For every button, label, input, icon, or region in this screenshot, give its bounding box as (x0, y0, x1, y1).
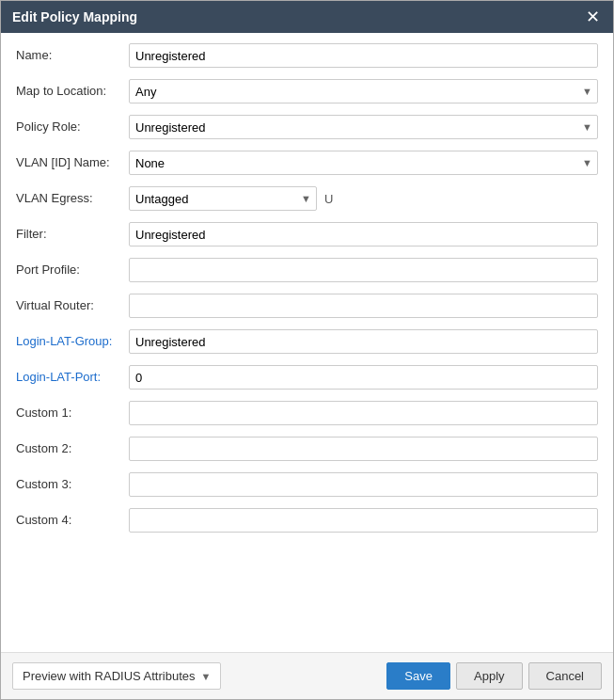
filter-input[interactable] (129, 222, 598, 247)
name-label: Name: (16, 48, 129, 64)
preview-radius-label: Preview with RADIUS Attributes (23, 669, 196, 683)
login-lat-port-label: Login-LAT-Port: (16, 370, 129, 386)
custom4-row: Custom 4: (16, 507, 598, 533)
vlan-egress-select-wrapper: Untagged ▼ (129, 186, 317, 211)
custom2-row: Custom 2: (16, 436, 598, 462)
preview-radius-arrow-icon: ▼ (201, 671, 212, 682)
port-profile-label: Port Profile: (16, 262, 129, 278)
login-lat-group-row: Login-LAT-Group: (16, 328, 598, 355)
policy-role-row: Policy Role: Unregistered ▼ (16, 114, 598, 140)
policy-role-label: Policy Role: (16, 119, 129, 135)
policy-role-select-wrapper: Unregistered ▼ (129, 115, 598, 139)
cancel-button[interactable]: Cancel (528, 662, 602, 690)
custom4-input[interactable] (129, 508, 598, 533)
preview-radius-button[interactable]: Preview with RADIUS Attributes ▼ (12, 662, 221, 690)
edit-policy-mapping-dialog: Edit Policy Mapping ✕ Name: Map to Locat… (0, 0, 614, 700)
custom3-label: Custom 3: (16, 477, 129, 493)
map-to-location-row: Map to Location: Any ▼ (16, 78, 598, 104)
port-profile-row: Port Profile: (16, 257, 598, 283)
map-to-location-select[interactable]: Any (129, 79, 598, 103)
port-profile-input[interactable] (129, 258, 598, 282)
name-row: Name: (16, 42, 598, 69)
dialog-header: Edit Policy Mapping ✕ (1, 1, 613, 33)
dialog-title: Edit Policy Mapping (12, 9, 137, 24)
login-lat-group-label: Login-LAT-Group: (16, 334, 129, 350)
virtual-router-row: Virtual Router: (16, 293, 598, 319)
login-lat-port-input[interactable] (129, 365, 598, 390)
login-lat-port-row: Login-LAT-Port: (16, 364, 598, 390)
vlan-id-name-label: VLAN [ID] Name: (16, 155, 129, 171)
close-button[interactable]: ✕ (584, 8, 602, 25)
vlan-id-name-select[interactable]: None (129, 151, 598, 175)
vlan-egress-suffix: U (324, 192, 333, 206)
custom3-row: Custom 3: (16, 471, 598, 498)
virtual-router-label: Virtual Router: (16, 298, 129, 314)
custom4-label: Custom 4: (16, 513, 129, 529)
footer-left: Preview with RADIUS Attributes ▼ (12, 662, 221, 690)
policy-role-select[interactable]: Unregistered (129, 115, 598, 139)
virtual-router-input[interactable] (129, 294, 598, 318)
custom2-label: Custom 2: (16, 441, 129, 457)
apply-button[interactable]: Apply (456, 662, 523, 690)
vlan-egress-controls: Untagged ▼ U (129, 186, 598, 211)
footer-right: Save Apply Cancel (386, 662, 602, 690)
vlan-egress-label: VLAN Egress: (16, 191, 129, 207)
dialog-footer: Preview with RADIUS Attributes ▼ Save Ap… (1, 652, 613, 699)
name-input[interactable] (129, 43, 598, 68)
vlan-id-name-row: VLAN [ID] Name: None ▼ (16, 150, 598, 176)
map-to-location-label: Map to Location: (16, 84, 129, 100)
save-button[interactable]: Save (386, 662, 450, 690)
filter-label: Filter: (16, 227, 129, 243)
filter-row: Filter: (16, 221, 598, 247)
custom1-row: Custom 1: (16, 400, 598, 426)
vlan-egress-select[interactable]: Untagged (129, 186, 317, 211)
login-lat-group-input[interactable] (129, 329, 598, 354)
custom1-label: Custom 1: (16, 406, 129, 422)
vlan-egress-row: VLAN Egress: Untagged ▼ U (16, 185, 598, 212)
custom3-input[interactable] (129, 472, 598, 497)
dialog-body: Name: Map to Location: Any ▼ Policy Role… (1, 33, 613, 652)
custom1-input[interactable] (129, 401, 598, 425)
map-to-location-select-wrapper: Any ▼ (129, 79, 598, 103)
custom2-input[interactable] (129, 437, 598, 461)
vlan-id-name-select-wrapper: None ▼ (129, 151, 598, 175)
